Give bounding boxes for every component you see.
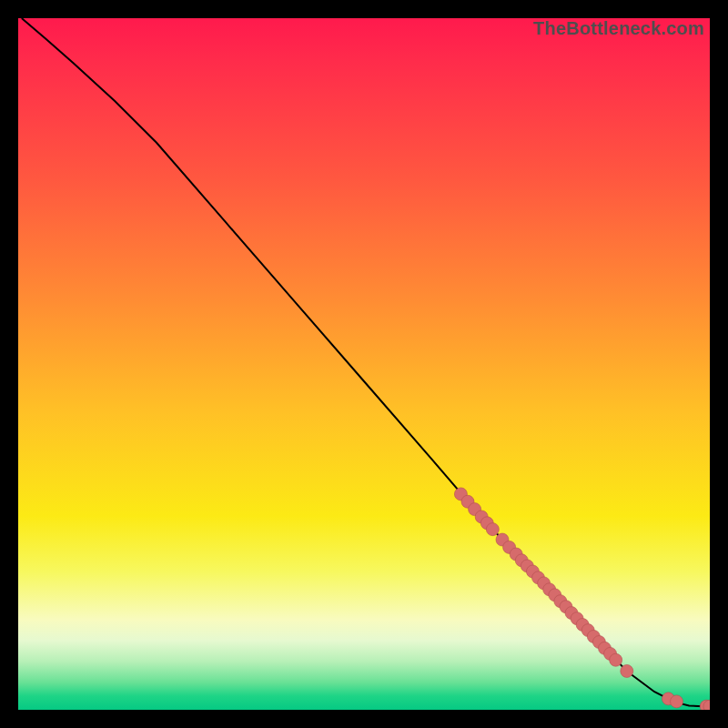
bottleneck-curve — [22, 18, 710, 706]
data-point — [671, 695, 683, 708]
chart-frame: TheBottleneck.com — [0, 0, 728, 728]
chart-overlay-svg — [18, 18, 710, 710]
data-point — [486, 523, 499, 536]
data-point — [621, 664, 633, 677]
data-point — [610, 653, 622, 666]
highlighted-points-group — [454, 488, 710, 710]
plot-area: TheBottleneck.com — [18, 18, 710, 710]
